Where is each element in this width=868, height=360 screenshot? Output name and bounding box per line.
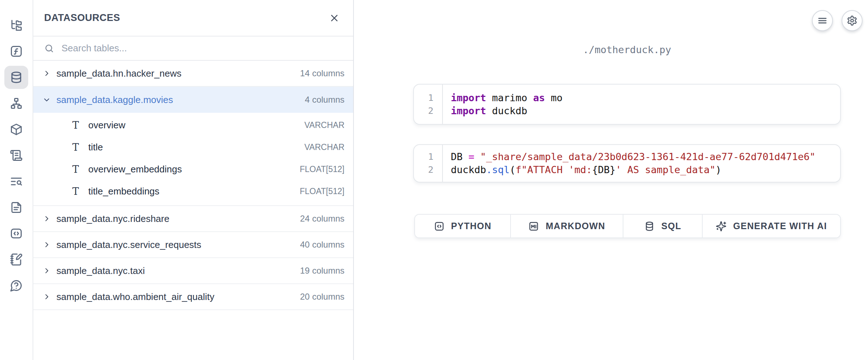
code-token: "_share/sample_data/23b0d623-1361-421d-a… (480, 151, 816, 162)
notebook-menu-button[interactable] (812, 10, 833, 31)
menu-icon (817, 15, 828, 26)
notebook-filename: ./motherduck.py (413, 44, 841, 55)
add-sql-cell-button[interactable]: SQL (623, 215, 702, 237)
packages-icon (10, 123, 23, 136)
close-panel-button[interactable] (326, 10, 342, 26)
line-number-gutter: 1 2 (414, 145, 443, 182)
line-number: 1 (414, 91, 433, 104)
button-label: SQL (661, 221, 681, 231)
button-label: PYTHON (451, 221, 492, 231)
text-type-icon: T (71, 120, 80, 131)
table-row-kaggle-movies[interactable]: sample_data.kaggle.movies 4 columns (33, 87, 353, 113)
column-name: title_embeddings (88, 186, 160, 197)
table-name: sample_data.kaggle.movies (56, 94, 173, 106)
chevron-down-icon (43, 96, 51, 104)
line-number: 1 (414, 150, 433, 163)
column-name: overview (88, 120, 126, 131)
column-name: overview_embeddings (88, 164, 182, 175)
search-bar (33, 37, 353, 61)
chevron-right-icon (43, 241, 51, 249)
sidebar-item-scratchpad[interactable] (4, 248, 28, 271)
code-token: as (533, 92, 545, 103)
code-line: DB = "_share/sample_data/23b0d623-1361-4… (451, 150, 816, 163)
sidebar-item-documentation[interactable] (4, 196, 28, 219)
code-editor[interactable]: import marimo as mo import duckdb (443, 91, 563, 117)
logs-icon (10, 149, 23, 162)
table-name: sample_data.hn.hacker_news (56, 68, 181, 79)
table-name: sample_data.who.ambient_air_quality (56, 291, 215, 303)
column-type: FLOAT[512] (300, 164, 344, 174)
column-count-badge: 40 columns (300, 240, 344, 250)
column-row-title[interactable]: T title VARCHAR (33, 136, 353, 158)
datasources-icon (10, 71, 23, 84)
sidebar-item-file-explorer[interactable] (4, 14, 28, 37)
sidebar-item-logs[interactable] (4, 144, 28, 167)
database-icon (644, 221, 655, 232)
code-token: marimo (486, 92, 533, 103)
panel-title: DATASOURCES (44, 12, 120, 23)
sidebar-item-functions[interactable] (4, 40, 28, 63)
line-number: 2 (414, 104, 433, 117)
add-markdown-cell-button[interactable]: MARKDOWN (510, 215, 623, 237)
generate-with-ai-button[interactable]: GENERATE WITH AI (702, 215, 840, 237)
functions-icon (10, 45, 23, 58)
code-cell-attach-db[interactable]: 1 2 DB = "_share/sample_data/23b0d623-13… (413, 144, 841, 183)
settings-button[interactable] (842, 10, 863, 31)
sidebar-item-dependencies[interactable] (4, 92, 28, 115)
sidebar-item-datasources[interactable] (4, 66, 28, 89)
button-label: MARKDOWN (546, 221, 605, 231)
table-list: sample_data.hn.hacker_news 14 columns sa… (33, 61, 353, 310)
code-token: mo (545, 92, 563, 103)
sidebar-item-packages[interactable] (4, 118, 28, 141)
sidebar-item-snippets[interactable] (4, 222, 28, 245)
app-window: DATASOURCES sample_data.hn.hacker_news 1… (0, 0, 868, 360)
table-row-hacker-news[interactable]: sample_data.hn.hacker_news 14 columns (33, 61, 353, 87)
column-count-badge: 4 columns (305, 95, 344, 105)
scratchpad-icon (10, 253, 23, 266)
settings-icon (847, 15, 858, 26)
sidebar-item-tracing[interactable] (4, 170, 28, 193)
column-count-badge: 19 columns (300, 266, 344, 276)
code-token: DB (451, 151, 469, 162)
search-icon (44, 43, 54, 53)
help-icon (10, 279, 23, 292)
code-line: import marimo as mo (451, 91, 563, 104)
table-row-service-requests[interactable]: sample_data.nyc.service_requests 40 colu… (33, 232, 353, 258)
column-type: FLOAT[512] (300, 187, 344, 196)
code-cell-imports[interactable]: 1 2 import marimo as mo import duckdb (413, 84, 841, 125)
code-token (474, 151, 480, 162)
sidebar-item-help[interactable] (4, 274, 28, 297)
table-name: sample_data.nyc.service_requests (56, 239, 201, 250)
close-icon (330, 13, 339, 23)
markdown-icon (528, 221, 539, 232)
column-row-title-embeddings[interactable]: T title_embeddings FLOAT[512] (33, 180, 353, 202)
table-row-rideshare[interactable]: sample_data.nyc.rideshare 24 columns (33, 206, 353, 232)
text-type-icon: T (71, 164, 80, 175)
add-cell-toolbar: PYTHON MARKDOWN SQL (414, 214, 841, 238)
add-python-cell-button[interactable]: PYTHON (415, 215, 510, 237)
panel-header: DATASOURCES (33, 0, 353, 37)
code-token: import (451, 105, 486, 116)
table-name: sample_data.nyc.taxi (56, 265, 145, 277)
icon-sidebar (0, 0, 33, 360)
column-name: title (88, 142, 103, 153)
column-row-overview-embeddings[interactable]: T overview_embeddings FLOAT[512] (33, 158, 353, 180)
code-token: duckdb (486, 105, 528, 116)
button-label: GENERATE WITH AI (733, 221, 827, 231)
column-row-overview[interactable]: T overview VARCHAR (33, 114, 353, 136)
code-line: import duckdb (451, 104, 563, 117)
table-row-taxi[interactable]: sample_data.nyc.taxi 19 columns (33, 258, 353, 284)
column-count-badge: 24 columns (300, 214, 344, 224)
search-input[interactable] (62, 43, 342, 54)
notebook-area: ./motherduck.py 1 2 import marimo as mo … (354, 0, 868, 360)
code-editor[interactable]: DB = "_share/sample_data/23b0d623-1361-4… (443, 150, 816, 176)
code-token: = (469, 151, 474, 162)
text-type-icon: T (71, 142, 80, 153)
code-token: ' AS sample_data" (615, 164, 715, 175)
table-row-ambient-air-quality[interactable]: sample_data.who.ambient_air_quality 20 c… (33, 284, 353, 310)
column-count-badge: 14 columns (300, 68, 344, 78)
column-type: VARCHAR (304, 142, 344, 152)
column-count-badge: 20 columns (300, 292, 344, 302)
code-token: ( (510, 164, 516, 175)
chevron-right-icon (43, 267, 51, 275)
